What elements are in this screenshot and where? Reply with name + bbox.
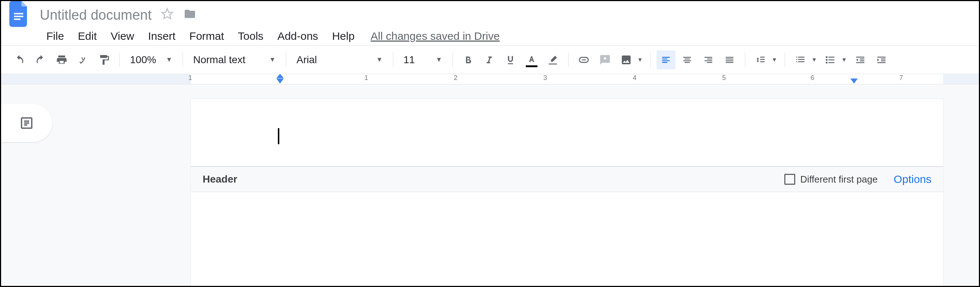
header-options-button[interactable]: Options [894,173,931,185]
line-spacing-caret[interactable]: ▼ [770,50,779,69]
font-family-value: Arial [296,54,317,66]
right-indent-marker[interactable] [850,78,858,84]
bold-button[interactable] [458,50,477,69]
toolbar: 100% ▼ Normal text ▼ Arial ▼ 11 ▼ [1,46,979,74]
document-outline-toggle[interactable] [1,104,52,142]
insert-link-button[interactable] [574,50,593,69]
svg-rect-1 [14,16,23,17]
underline-button[interactable] [501,50,520,69]
font-family-dropdown[interactable]: Arial ▼ [292,50,387,69]
highlight-color-button[interactable] [543,50,562,69]
bulleted-list-button[interactable] [821,50,840,69]
first-line-indent-marker[interactable] [277,74,284,78]
print-button[interactable] [52,50,71,69]
paint-format-button[interactable] [95,50,113,69]
insert-image-button[interactable] [617,50,636,69]
caret-down-icon: ▼ [269,56,276,64]
bulleted-list-caret[interactable]: ▼ [840,50,848,69]
move-to-folder-icon[interactable] [183,8,197,20]
docs-logo[interactable] [8,0,30,28]
document-title[interactable]: Untitled document [40,5,151,23]
different-first-page-label: Different first page [800,174,878,185]
left-indent-marker[interactable] [277,78,284,84]
redo-button[interactable] [31,50,50,69]
header-editing-area[interactable] [191,99,943,166]
star-icon[interactable] [161,8,173,20]
svg-rect-2 [14,19,21,20]
decrease-indent-button[interactable] [851,50,870,69]
save-status[interactable]: All changes saved in Drive [371,30,500,42]
zoom-value: 100% [130,54,156,66]
svg-point-5 [826,59,828,61]
paragraph-style-value: Normal text [193,54,245,66]
ruler[interactable]: 11234567 [1,74,979,85]
header-label: Header [203,174,237,185]
align-left-button[interactable] [657,50,676,69]
menu-addons[interactable]: Add-ons [271,29,325,44]
paragraph-style-dropdown[interactable]: Normal text ▼ [189,50,280,69]
menu-tools[interactable]: Tools [231,29,270,44]
svg-marker-3 [162,9,172,19]
increase-indent-button[interactable] [872,50,891,69]
line-spacing-button[interactable] [751,50,770,69]
svg-rect-0 [14,13,23,14]
header-control-strip: Header Different first page Options [191,166,943,192]
text-cursor [278,128,279,144]
font-size-value: 11 [404,54,415,66]
caret-down-icon: ▼ [166,56,172,64]
add-comment-button[interactable] [595,50,614,69]
caret-down-icon: ▼ [376,56,383,64]
caret-down-icon: ▼ [436,56,442,64]
different-first-page-checkbox[interactable]: Different first page [784,174,878,185]
align-justify-button[interactable] [720,50,739,69]
italic-button[interactable] [480,50,499,69]
align-right-button[interactable] [699,50,718,69]
spellcheck-button[interactable] [73,50,92,69]
checkbox-icon [784,174,795,185]
numbered-list-caret[interactable]: ▼ [810,50,819,69]
numbered-list-button[interactable] [791,50,810,69]
menu-format[interactable]: Format [183,29,231,44]
menu-insert[interactable]: Insert [142,29,182,44]
insert-image-caret[interactable]: ▼ [636,50,644,69]
menu-file[interactable]: File [40,29,70,44]
menu-view[interactable]: View [104,29,141,44]
document-body-area[interactable] [191,192,943,250]
workspace: Header Different first page Options [1,85,979,286]
undo-button[interactable] [10,50,29,69]
svg-point-4 [826,56,828,58]
zoom-dropdown[interactable]: 100% ▼ [126,50,177,69]
align-center-button[interactable] [678,50,697,69]
font-size-dropdown[interactable]: 11 ▼ [399,50,447,69]
document-page[interactable]: Header Different first page Options [191,99,943,287]
menu-edit[interactable]: Edit [71,29,103,44]
menu-bar: File Edit View Insert Format Tools Add-o… [1,27,979,46]
text-color-button[interactable] [522,50,541,69]
menu-help[interactable]: Help [325,29,361,44]
svg-point-6 [826,62,828,64]
